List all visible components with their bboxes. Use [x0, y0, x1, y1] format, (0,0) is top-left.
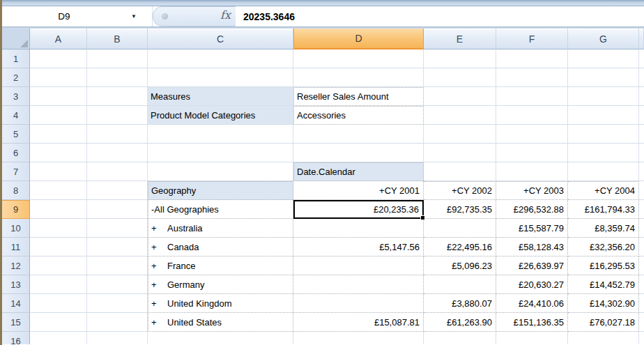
cell-G10[interactable]: £8,359.74 [568, 219, 639, 238]
cell-H8[interactable] [639, 181, 644, 200]
cell-C8-geography[interactable]: Geography [148, 181, 293, 200]
cell-A2[interactable] [30, 68, 87, 87]
cell-D1[interactable] [293, 49, 424, 68]
cell-B8[interactable] [87, 181, 148, 200]
cell-C6[interactable] [148, 144, 293, 162]
row-header-10[interactable]: 10 [2, 219, 30, 238]
cell-F13[interactable]: £20,630.27 [496, 275, 568, 294]
cell-C4-categories-label[interactable]: Product Model Categories [148, 106, 293, 125]
cell-H4[interactable] [639, 106, 644, 125]
cell-A6[interactable] [30, 144, 87, 162]
column-header-C[interactable]: C [148, 29, 293, 49]
cell-D13[interactable] [293, 275, 424, 294]
cell-H5[interactable] [639, 125, 644, 144]
row-header-1[interactable]: 1 [2, 49, 30, 68]
cell-E11[interactable]: £22,495.16 [424, 238, 496, 256]
cell-G16[interactable] [568, 332, 639, 344]
cell-E4[interactable] [424, 106, 496, 125]
cell-G6[interactable] [568, 144, 639, 162]
cell-H10[interactable] [639, 219, 644, 238]
row-header-15[interactable]: 15 [2, 313, 30, 332]
cell-C13-germany[interactable]: + Germany [148, 275, 293, 294]
cell-B7[interactable] [87, 162, 148, 181]
cell-E8-cy2002[interactable]: +CY 2002 [424, 181, 496, 200]
cell-D15[interactable]: £15,087.81 [293, 313, 424, 332]
cell-F3[interactable] [496, 87, 568, 106]
column-header-A[interactable]: A [30, 29, 87, 49]
cell-E6[interactable] [424, 144, 496, 162]
cell-D11[interactable]: £5,147.56 [293, 238, 424, 256]
cell-B11[interactable] [87, 238, 148, 256]
row-header-11[interactable]: 11 [2, 238, 30, 256]
cell-G9[interactable]: £161,794.33 [568, 200, 639, 219]
cell-C14-united-kingdom[interactable]: + United Kingdom [148, 294, 293, 313]
cell-C9-all-geographies[interactable]: - All Geographies [148, 200, 293, 219]
cell-G5[interactable] [568, 125, 639, 144]
column-header-D-selected[interactable]: D [293, 29, 424, 49]
cell-C7[interactable] [148, 162, 293, 181]
cell-B2[interactable] [87, 68, 148, 87]
cell-F11[interactable]: £58,128.43 [496, 238, 568, 256]
column-header-H-sliver[interactable] [639, 29, 644, 49]
cell-E1[interactable] [424, 49, 496, 68]
cell-E9[interactable]: £92,735.35 [424, 200, 496, 219]
cell-H11[interactable] [639, 238, 644, 256]
cell-F16[interactable] [496, 332, 568, 344]
cell-C2[interactable] [148, 68, 293, 87]
cell-D8-cy2001[interactable]: +CY 2001 [293, 181, 424, 200]
cell-H9[interactable] [639, 200, 644, 219]
cell-G3[interactable] [568, 87, 639, 106]
row-header-5[interactable]: 5 [2, 125, 30, 144]
cell-A13[interactable] [30, 275, 87, 294]
cell-E7[interactable] [424, 162, 496, 181]
select-all-button[interactable] [2, 29, 30, 49]
cell-H14[interactable] [639, 294, 644, 313]
row-header-12[interactable]: 12 [2, 256, 30, 275]
expand-icon[interactable]: + [151, 223, 158, 233]
cell-D7-date-calendar[interactable]: Date.Calendar [293, 162, 424, 181]
expand-icon[interactable]: + [151, 261, 158, 271]
row-header-6[interactable]: 6 [2, 144, 30, 162]
expand-icon[interactable]: + [151, 298, 158, 309]
cell-F15[interactable]: £151,136.35 [496, 313, 568, 332]
name-box-dropdown-icon[interactable]: ▼ [126, 6, 141, 26]
cell-F7[interactable] [496, 162, 568, 181]
cell-B12[interactable] [87, 256, 148, 275]
cell-H3[interactable] [639, 87, 644, 106]
row-header-9-selected[interactable]: 9 [2, 200, 30, 219]
cell-F1[interactable] [496, 49, 568, 68]
cell-B16[interactable] [87, 332, 148, 344]
cell-E14[interactable]: £3,880.07 [424, 294, 496, 313]
cell-B6[interactable] [87, 144, 148, 162]
cell-H13[interactable] [639, 275, 644, 294]
cell-D2[interactable] [293, 68, 424, 87]
column-header-E[interactable]: E [424, 29, 496, 49]
cell-A10[interactable] [30, 219, 87, 238]
column-header-B[interactable]: B [87, 29, 148, 49]
cell-B1[interactable] [87, 49, 148, 68]
cell-A7[interactable] [30, 162, 87, 181]
cell-A11[interactable] [30, 238, 87, 256]
cell-A16[interactable] [30, 332, 87, 344]
cell-A4[interactable] [30, 106, 87, 125]
formula-input[interactable] [236, 6, 644, 26]
cell-E2[interactable] [424, 68, 496, 87]
cell-G2[interactable] [568, 68, 639, 87]
cell-A5[interactable] [30, 125, 87, 144]
expand-icon[interactable]: + [151, 279, 158, 290]
cell-H16[interactable] [639, 332, 644, 344]
insert-function-button[interactable]: fx [220, 8, 231, 22]
cell-E16[interactable] [424, 332, 496, 344]
cell-B5[interactable] [87, 125, 148, 144]
cell-H7[interactable] [639, 162, 644, 181]
column-header-G[interactable]: G [568, 29, 639, 49]
cell-G11[interactable]: £32,356.20 [568, 238, 639, 256]
cell-A8[interactable] [30, 181, 87, 200]
row-header-2[interactable]: 2 [2, 68, 30, 87]
name-box-input[interactable] [2, 6, 126, 26]
cell-B4[interactable] [87, 106, 148, 125]
cell-A15[interactable] [30, 313, 87, 332]
cell-F12[interactable]: £26,639.97 [496, 256, 568, 275]
cell-E10[interactable] [424, 219, 496, 238]
cell-B14[interactable] [87, 294, 148, 313]
